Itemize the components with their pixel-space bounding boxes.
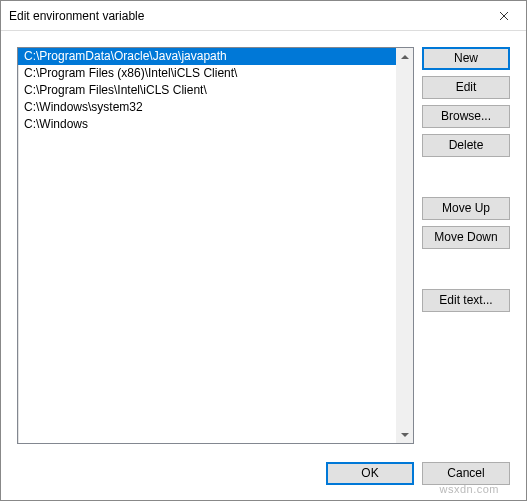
delete-button[interactable]: Delete (422, 134, 510, 157)
path-list-wrap: C:\ProgramData\Oracle\Java\javapath C:\P… (17, 47, 414, 444)
dialog-body: C:\ProgramData\Oracle\Java\javapath C:\P… (1, 31, 526, 500)
close-icon (499, 11, 509, 21)
list-item[interactable]: C:\Windows\system32 (18, 99, 396, 116)
scroll-up-button[interactable] (396, 48, 413, 65)
ok-button[interactable]: OK (326, 462, 414, 485)
vertical-scrollbar[interactable] (396, 48, 413, 443)
new-button[interactable]: New (422, 47, 510, 70)
cancel-button[interactable]: Cancel (422, 462, 510, 485)
path-list-items: C:\ProgramData\Oracle\Java\javapath C:\P… (18, 48, 396, 443)
button-gap (422, 255, 510, 283)
list-item[interactable]: C:\Program Files (x86)\Intel\iCLS Client… (18, 65, 396, 82)
edit-text-button[interactable]: Edit text... (422, 289, 510, 312)
window-title: Edit environment variable (9, 9, 144, 23)
path-listbox[interactable]: C:\ProgramData\Oracle\Java\javapath C:\P… (17, 47, 414, 444)
move-down-button[interactable]: Move Down (422, 226, 510, 249)
edit-button[interactable]: Edit (422, 76, 510, 99)
list-item[interactable]: C:\Program Files\Intel\iCLS Client\ (18, 82, 396, 99)
dialog-window: Edit environment variable C:\ProgramData… (0, 0, 527, 501)
list-item[interactable]: C:\Windows (18, 116, 396, 133)
chevron-up-icon (401, 55, 409, 59)
browse-button[interactable]: Browse... (422, 105, 510, 128)
title-bar: Edit environment variable (1, 1, 526, 31)
close-button[interactable] (481, 1, 526, 31)
watermark: wsxdn.com (439, 483, 499, 495)
chevron-down-icon (401, 433, 409, 437)
dialog-footer: OK Cancel (17, 444, 510, 492)
scroll-down-button[interactable] (396, 426, 413, 443)
button-gap (422, 163, 510, 191)
list-item[interactable]: C:\ProgramData\Oracle\Java\javapath (18, 48, 396, 65)
main-row: C:\ProgramData\Oracle\Java\javapath C:\P… (17, 47, 510, 444)
move-up-button[interactable]: Move Up (422, 197, 510, 220)
side-button-column: New Edit Browse... Delete Move Up Move D… (422, 47, 510, 444)
scroll-track[interactable] (396, 65, 413, 426)
